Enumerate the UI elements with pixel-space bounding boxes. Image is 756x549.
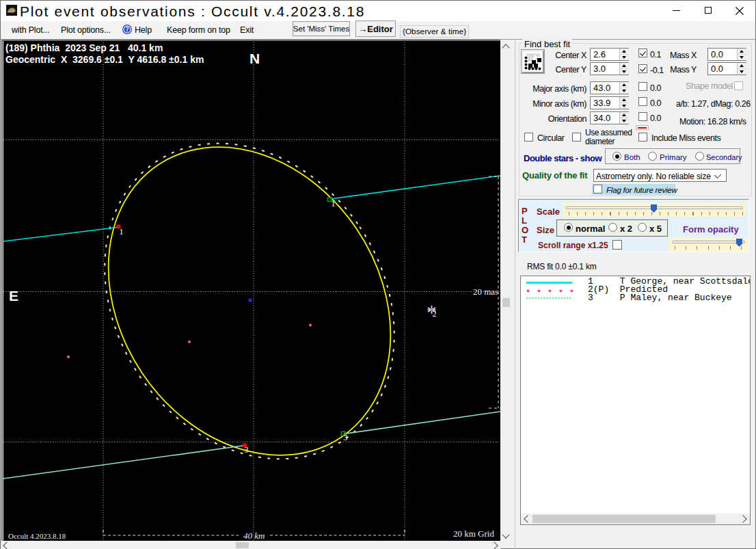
svg-text:?: ? [126,26,129,33]
svg-text:20 km Grid: 20 km Grid [453,528,494,539]
svg-text:1: 1 [120,227,124,237]
svg-text:(189) Phthia 2023 Sep 21 40: (189) Phthia 2023 Sep 21 40.1 km [5,42,163,53]
svg-text:N: N [249,51,260,66]
svg-text:40 km: 40 km [243,531,265,541]
svg-text:2: 2 [433,309,437,319]
svg-text:3: 3 [245,445,249,455]
svg-text:20 mas: 20 mas [473,286,498,297]
svg-text:Occult 4.2023.8.18: Occult 4.2023.8.18 [8,532,66,540]
svg-text:E: E [9,288,18,304]
svg-text:3: 3 [344,433,348,442]
svg-text:1: 1 [332,199,336,209]
svg-text:Geocentric X 3269.6 ±0.1 Y: Geocentric X 3269.6 ±0.1 Y 4616.8 ±0.1 k… [5,54,204,65]
